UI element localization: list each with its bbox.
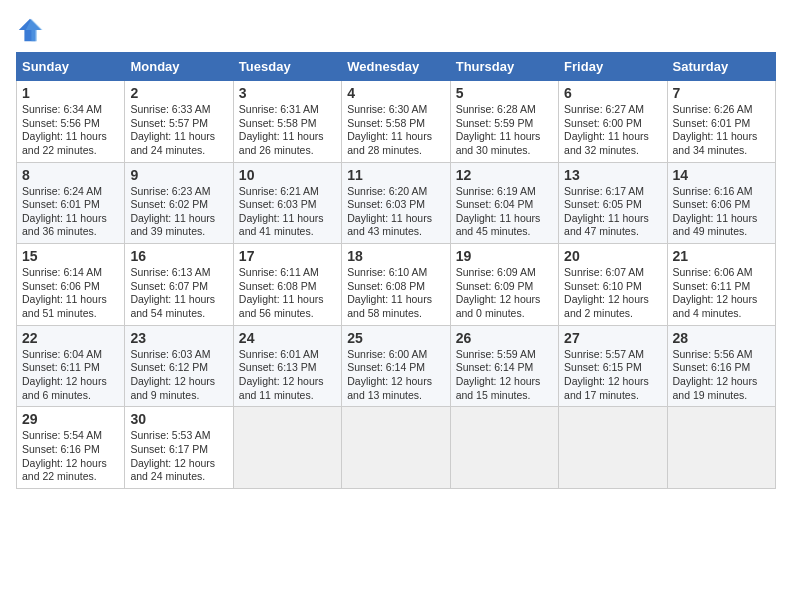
calendar-header-row: SundayMondayTuesdayWednesdayThursdayFrid…: [17, 53, 776, 81]
day-detail: Daylight: 11 hours: [673, 212, 770, 226]
calendar-cell: 2Sunrise: 6:33 AMSunset: 5:57 PMDaylight…: [125, 81, 233, 163]
day-detail: and 11 minutes.: [239, 389, 336, 403]
day-detail: Daylight: 12 hours: [347, 375, 444, 389]
day-number: 15: [22, 248, 119, 264]
day-detail: Sunrise: 6:26 AM: [673, 103, 770, 117]
calendar-cell: 27Sunrise: 5:57 AMSunset: 6:15 PMDayligh…: [559, 325, 667, 407]
day-detail: Daylight: 11 hours: [564, 130, 661, 144]
day-detail: Daylight: 11 hours: [347, 212, 444, 226]
day-detail: and 24 minutes.: [130, 144, 227, 158]
day-detail: Daylight: 12 hours: [456, 293, 553, 307]
day-detail: Sunrise: 6:03 AM: [130, 348, 227, 362]
day-detail: Sunrise: 6:16 AM: [673, 185, 770, 199]
day-detail: and 24 minutes.: [130, 470, 227, 484]
header-thursday: Thursday: [450, 53, 558, 81]
day-detail: Daylight: 12 hours: [22, 375, 119, 389]
day-detail: Sunset: 5:59 PM: [456, 117, 553, 131]
day-detail: Sunrise: 6:23 AM: [130, 185, 227, 199]
day-detail: Daylight: 11 hours: [130, 212, 227, 226]
day-detail: Daylight: 11 hours: [239, 212, 336, 226]
day-detail: and 56 minutes.: [239, 307, 336, 321]
calendar-cell: [667, 407, 775, 489]
day-detail: Sunset: 6:11 PM: [22, 361, 119, 375]
day-detail: and 45 minutes.: [456, 225, 553, 239]
calendar-week-4: 22Sunrise: 6:04 AMSunset: 6:11 PMDayligh…: [17, 325, 776, 407]
calendar-cell: 14Sunrise: 6:16 AMSunset: 6:06 PMDayligh…: [667, 162, 775, 244]
day-detail: Daylight: 11 hours: [347, 293, 444, 307]
day-detail: Sunset: 6:14 PM: [347, 361, 444, 375]
day-number: 1: [22, 85, 119, 101]
calendar-cell: [450, 407, 558, 489]
day-number: 2: [130, 85, 227, 101]
day-detail: Sunset: 6:06 PM: [22, 280, 119, 294]
day-detail: Daylight: 12 hours: [564, 293, 661, 307]
day-detail: Sunrise: 6:14 AM: [22, 266, 119, 280]
header-tuesday: Tuesday: [233, 53, 341, 81]
day-detail: and 58 minutes.: [347, 307, 444, 321]
day-detail: Daylight: 12 hours: [673, 293, 770, 307]
day-detail: and 9 minutes.: [130, 389, 227, 403]
day-number: 12: [456, 167, 553, 183]
day-detail: and 36 minutes.: [22, 225, 119, 239]
calendar-week-3: 15Sunrise: 6:14 AMSunset: 6:06 PMDayligh…: [17, 244, 776, 326]
day-detail: Sunrise: 6:30 AM: [347, 103, 444, 117]
day-number: 11: [347, 167, 444, 183]
calendar-cell: 11Sunrise: 6:20 AMSunset: 6:03 PMDayligh…: [342, 162, 450, 244]
day-number: 3: [239, 85, 336, 101]
calendar-cell: 12Sunrise: 6:19 AMSunset: 6:04 PMDayligh…: [450, 162, 558, 244]
day-detail: Daylight: 12 hours: [456, 375, 553, 389]
day-detail: Sunrise: 5:53 AM: [130, 429, 227, 443]
calendar-cell: 29Sunrise: 5:54 AMSunset: 6:16 PMDayligh…: [17, 407, 125, 489]
header-monday: Monday: [125, 53, 233, 81]
day-detail: Sunrise: 6:09 AM: [456, 266, 553, 280]
day-number: 10: [239, 167, 336, 183]
calendar-cell: 16Sunrise: 6:13 AMSunset: 6:07 PMDayligh…: [125, 244, 233, 326]
calendar-cell: [233, 407, 341, 489]
day-detail: and 15 minutes.: [456, 389, 553, 403]
day-number: 14: [673, 167, 770, 183]
header-wednesday: Wednesday: [342, 53, 450, 81]
day-detail: Sunset: 5:57 PM: [130, 117, 227, 131]
day-detail: Sunrise: 6:28 AM: [456, 103, 553, 117]
day-detail: and 6 minutes.: [22, 389, 119, 403]
day-detail: Sunrise: 6:04 AM: [22, 348, 119, 362]
day-detail: and 32 minutes.: [564, 144, 661, 158]
calendar-cell: 18Sunrise: 6:10 AMSunset: 6:08 PMDayligh…: [342, 244, 450, 326]
day-detail: Daylight: 11 hours: [347, 130, 444, 144]
day-detail: Sunset: 5:58 PM: [239, 117, 336, 131]
calendar-cell: 4Sunrise: 6:30 AMSunset: 5:58 PMDaylight…: [342, 81, 450, 163]
calendar-cell: 28Sunrise: 5:56 AMSunset: 6:16 PMDayligh…: [667, 325, 775, 407]
day-detail: and 30 minutes.: [456, 144, 553, 158]
calendar-week-2: 8Sunrise: 6:24 AMSunset: 6:01 PMDaylight…: [17, 162, 776, 244]
day-detail: Daylight: 11 hours: [130, 293, 227, 307]
day-number: 21: [673, 248, 770, 264]
day-detail: Daylight: 12 hours: [130, 457, 227, 471]
day-detail: Daylight: 11 hours: [130, 130, 227, 144]
day-detail: Daylight: 12 hours: [239, 375, 336, 389]
logo-icon: [16, 16, 44, 44]
day-detail: Sunset: 6:03 PM: [239, 198, 336, 212]
calendar-cell: 23Sunrise: 6:03 AMSunset: 6:12 PMDayligh…: [125, 325, 233, 407]
day-detail: Sunset: 6:01 PM: [673, 117, 770, 131]
day-number: 23: [130, 330, 227, 346]
day-detail: and 2 minutes.: [564, 307, 661, 321]
day-detail: Daylight: 11 hours: [22, 293, 119, 307]
calendar-cell: 10Sunrise: 6:21 AMSunset: 6:03 PMDayligh…: [233, 162, 341, 244]
day-detail: Sunset: 6:13 PM: [239, 361, 336, 375]
calendar-cell: 20Sunrise: 6:07 AMSunset: 6:10 PMDayligh…: [559, 244, 667, 326]
day-number: 17: [239, 248, 336, 264]
day-number: 7: [673, 85, 770, 101]
calendar-week-1: 1Sunrise: 6:34 AMSunset: 5:56 PMDaylight…: [17, 81, 776, 163]
day-detail: and 26 minutes.: [239, 144, 336, 158]
day-detail: Sunrise: 6:06 AM: [673, 266, 770, 280]
day-detail: Sunset: 6:14 PM: [456, 361, 553, 375]
day-number: 8: [22, 167, 119, 183]
day-detail: and 22 minutes.: [22, 470, 119, 484]
day-detail: Sunset: 5:56 PM: [22, 117, 119, 131]
day-detail: and 51 minutes.: [22, 307, 119, 321]
day-detail: Sunrise: 5:59 AM: [456, 348, 553, 362]
day-detail: Sunset: 6:16 PM: [22, 443, 119, 457]
day-detail: and 22 minutes.: [22, 144, 119, 158]
day-detail: Sunset: 6:04 PM: [456, 198, 553, 212]
header-sunday: Sunday: [17, 53, 125, 81]
